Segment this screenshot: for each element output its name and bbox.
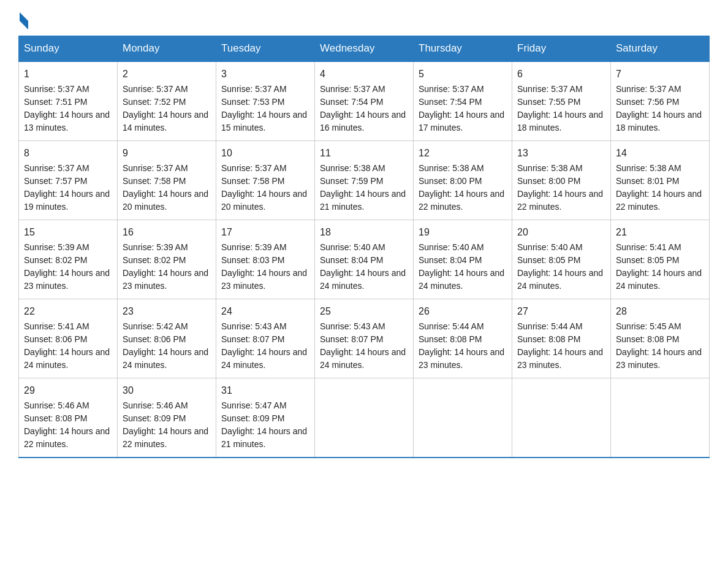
calendar-day-cell: 21 Sunrise: 5:41 AM Sunset: 8:05 PM Dayl… [611,220,710,299]
day-number: 25 [320,304,408,319]
weekday-header-thursday: Thursday [414,36,512,62]
sunset-text: Sunset: 7:51 PM [24,97,88,107]
day-number: 13 [517,146,605,161]
day-number: 2 [123,67,211,82]
day-number: 31 [221,383,309,398]
day-number: 4 [320,67,408,82]
daylight-text: Daylight: 14 hours and 20 minutes. [123,189,208,212]
daylight-text: Daylight: 14 hours and 20 minutes. [221,189,307,212]
calendar-header-row: SundayMondayTuesdayWednesdayThursdayFrid… [19,36,710,62]
calendar-day-cell: 11 Sunrise: 5:38 AM Sunset: 7:59 PM Dayl… [315,141,414,220]
sunset-text: Sunset: 8:00 PM [419,176,482,186]
sunrise-text: Sunrise: 5:44 AM [517,321,583,331]
sunrise-text: Sunrise: 5:46 AM [24,400,89,410]
sunset-text: Sunset: 8:06 PM [123,334,186,344]
daylight-text: Daylight: 14 hours and 24 minutes. [320,268,406,291]
sunrise-text: Sunrise: 5:37 AM [221,84,287,94]
sunset-text: Sunset: 7:52 PM [123,97,186,107]
sunset-text: Sunset: 8:02 PM [24,255,88,265]
sunset-text: Sunset: 8:08 PM [419,334,482,344]
day-number: 23 [123,304,211,319]
sunset-text: Sunset: 8:08 PM [24,413,88,423]
day-number: 15 [24,225,112,240]
calendar-table: SundayMondayTuesdayWednesdayThursdayFrid… [18,36,710,458]
daylight-text: Daylight: 14 hours and 24 minutes. [616,268,702,291]
calendar-week-row: 22 Sunrise: 5:41 AM Sunset: 8:06 PM Dayl… [19,299,710,378]
calendar-day-cell: 9 Sunrise: 5:37 AM Sunset: 7:58 PM Dayli… [118,141,216,220]
calendar-day-cell: 23 Sunrise: 5:42 AM Sunset: 8:06 PM Dayl… [118,299,216,378]
sunrise-text: Sunrise: 5:37 AM [320,84,385,94]
sunrise-text: Sunrise: 5:40 AM [320,242,385,252]
day-number: 9 [123,146,211,161]
sunset-text: Sunset: 8:09 PM [221,413,285,423]
sunset-text: Sunset: 8:08 PM [616,334,680,344]
daylight-text: Daylight: 14 hours and 24 minutes. [123,347,208,370]
sunrise-text: Sunrise: 5:37 AM [24,84,89,94]
day-number: 6 [517,67,605,82]
daylight-text: Daylight: 14 hours and 24 minutes. [517,268,603,291]
weekday-header-wednesday: Wednesday [315,36,414,62]
sunset-text: Sunset: 7:55 PM [517,97,581,107]
daylight-text: Daylight: 14 hours and 23 minutes. [221,268,307,291]
day-number: 21 [616,225,704,240]
logo [18,12,28,29]
calendar-week-row: 8 Sunrise: 5:37 AM Sunset: 7:57 PM Dayli… [19,141,710,220]
sunrise-text: Sunrise: 5:38 AM [517,163,583,173]
daylight-text: Daylight: 14 hours and 22 minutes. [123,426,208,449]
day-number: 5 [419,67,507,82]
weekday-header-sunday: Sunday [19,36,118,62]
daylight-text: Daylight: 14 hours and 21 minutes. [221,426,307,449]
daylight-text: Daylight: 14 hours and 19 minutes. [24,189,110,212]
calendar-day-cell: 28 Sunrise: 5:45 AM Sunset: 8:08 PM Dayl… [611,299,710,378]
sunset-text: Sunset: 8:01 PM [616,176,680,186]
sunrise-text: Sunrise: 5:38 AM [320,163,385,173]
calendar-day-cell: 10 Sunrise: 5:37 AM Sunset: 7:58 PM Dayl… [216,141,315,220]
daylight-text: Daylight: 14 hours and 15 minutes. [221,110,307,132]
day-number: 28 [616,304,704,319]
calendar-day-cell: 1 Sunrise: 5:37 AM Sunset: 7:51 PM Dayli… [19,61,118,141]
calendar-day-cell: 2 Sunrise: 5:37 AM Sunset: 7:52 PM Dayli… [118,61,216,141]
sunrise-text: Sunrise: 5:40 AM [419,242,484,252]
day-number: 26 [419,304,507,319]
sunrise-text: Sunrise: 5:37 AM [419,84,484,94]
sunrise-text: Sunrise: 5:37 AM [616,84,681,94]
day-number: 29 [24,383,112,398]
daylight-text: Daylight: 14 hours and 23 minutes. [24,268,110,291]
sunset-text: Sunset: 8:04 PM [419,255,482,265]
calendar-day-cell: 6 Sunrise: 5:37 AM Sunset: 7:55 PM Dayli… [512,61,611,141]
calendar-day-cell: 14 Sunrise: 5:38 AM Sunset: 8:01 PM Dayl… [611,141,710,220]
calendar-day-cell: 31 Sunrise: 5:47 AM Sunset: 8:09 PM Dayl… [216,378,315,458]
calendar-day-cell: 26 Sunrise: 5:44 AM Sunset: 8:08 PM Dayl… [414,299,512,378]
sunrise-text: Sunrise: 5:43 AM [320,321,385,331]
sunrise-text: Sunrise: 5:41 AM [24,321,89,331]
sunrise-text: Sunrise: 5:41 AM [616,242,681,252]
calendar-day-cell: 25 Sunrise: 5:43 AM Sunset: 8:07 PM Dayl… [315,299,414,378]
calendar-day-cell: 24 Sunrise: 5:43 AM Sunset: 8:07 PM Dayl… [216,299,315,378]
daylight-text: Daylight: 14 hours and 23 minutes. [123,268,208,291]
calendar-day-cell: 27 Sunrise: 5:44 AM Sunset: 8:08 PM Dayl… [512,299,611,378]
daylight-text: Daylight: 14 hours and 24 minutes. [24,347,110,370]
calendar-day-cell [315,378,414,458]
daylight-text: Daylight: 14 hours and 18 minutes. [616,110,702,132]
sunrise-text: Sunrise: 5:42 AM [123,321,188,331]
day-number: 12 [419,146,507,161]
calendar-day-cell [512,378,611,458]
sunset-text: Sunset: 8:07 PM [221,334,285,344]
sunset-text: Sunset: 7:53 PM [221,97,285,107]
calendar-day-cell: 13 Sunrise: 5:38 AM Sunset: 8:00 PM Dayl… [512,141,611,220]
sunset-text: Sunset: 7:56 PM [616,97,680,107]
daylight-text: Daylight: 14 hours and 18 minutes. [517,110,603,132]
day-number: 7 [616,67,704,82]
page-header [18,12,710,29]
sunrise-text: Sunrise: 5:47 AM [221,400,287,410]
day-number: 3 [221,67,309,82]
sunset-text: Sunset: 8:03 PM [221,255,285,265]
sunset-text: Sunset: 8:02 PM [123,255,186,265]
sunset-text: Sunset: 8:06 PM [24,334,88,344]
daylight-text: Daylight: 14 hours and 23 minutes. [419,347,504,370]
sunrise-text: Sunrise: 5:37 AM [24,163,89,173]
daylight-text: Daylight: 14 hours and 23 minutes. [517,347,603,370]
sunrise-text: Sunrise: 5:37 AM [517,84,583,94]
day-number: 27 [517,304,605,319]
daylight-text: Daylight: 14 hours and 13 minutes. [24,110,110,132]
